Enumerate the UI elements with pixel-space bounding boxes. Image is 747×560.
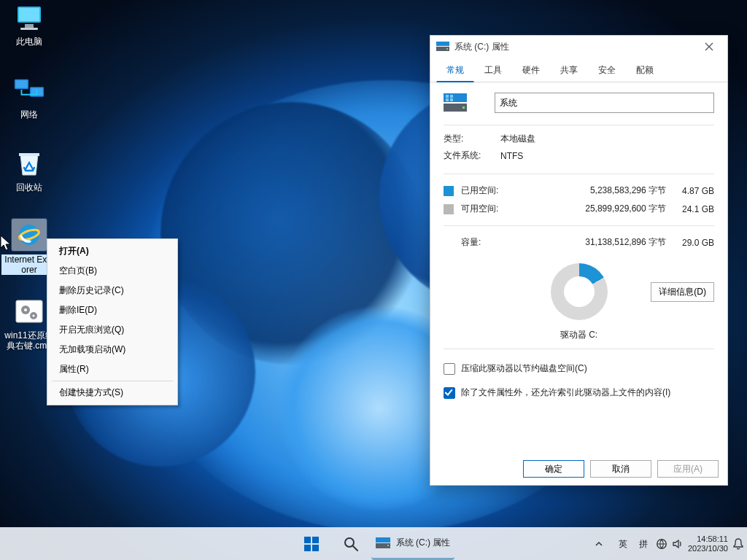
ime-mode[interactable]: 拼 [635, 538, 651, 551]
tab-hardware[interactable]: 硬件 [512, 58, 550, 82]
svg-rect-21 [446, 98, 449, 101]
menu-blank[interactable]: 空白页(B) [49, 261, 176, 281]
menu-inprivate[interactable]: 开启无痕浏览(Q) [49, 320, 176, 340]
svg-rect-33 [387, 545, 389, 546]
used-space-row: 已用空间: 5,238,583,296 字节 4.87 GB [444, 184, 714, 197]
capacity-human: 29.0 GB [666, 238, 714, 248]
svg-rect-3 [20, 28, 38, 30]
fs-label: 文件系统: [444, 149, 500, 162]
checkbox-index-label: 除了文件属性外，还允许索引此驱动器上文件的内容(I) [461, 386, 670, 399]
drive-icon [444, 93, 467, 112]
task-label: 系统 (C:) 属性 [396, 537, 451, 549]
drive-icon [436, 42, 449, 52]
free-label: 可用空间: [461, 203, 505, 215]
apply-button[interactable]: 应用(A) [657, 460, 719, 478]
svg-point-14 [32, 314, 34, 316]
menu-open[interactable]: 打开(A) [49, 241, 176, 261]
divider [444, 174, 714, 174]
disk-usage-pie [551, 263, 608, 320]
ok-button[interactable]: 确定 [523, 460, 584, 478]
windows-icon [303, 536, 320, 552]
tab-security[interactable]: 安全 [588, 58, 626, 82]
taskbar[interactable]: 系统 (C:) 属性 英 拼 14:58:11 2023/10/30 [0, 527, 747, 560]
chevron-up-icon [595, 540, 603, 548]
menu-clear-history[interactable]: 删除历史记录(C) [49, 281, 176, 300]
used-human: 4.87 GB [666, 186, 714, 196]
cancel-button[interactable]: 取消 [590, 460, 651, 478]
svg-rect-5 [15, 80, 27, 88]
svg-rect-27 [304, 545, 311, 551]
icon-label: 此电脑 [16, 36, 42, 47]
checkbox-index[interactable] [444, 387, 455, 399]
menu-properties[interactable]: 属性(R) [49, 359, 176, 379]
context-menu: 打开(A) 空白页(B) 删除历史记录(C) 删除IE(D) 开启无痕浏览(Q)… [47, 238, 178, 405]
used-label: 已用空间: [461, 184, 505, 197]
icon-recycle-bin[interactable]: 回收站 [1, 149, 57, 192]
icon-network[interactable]: 网络 [1, 77, 57, 120]
menu-noaddons[interactable]: 无加载项启动(W) [49, 340, 176, 359]
properties-dialog: 系统 (C:) 属性 常规 工具 硬件 共享 安全 配额 类型: 本地磁盘 文件… [430, 35, 728, 486]
free-swatch [444, 204, 454, 214]
free-space-row: 可用空间: 25,899,929,600 字节 24.1 GB [444, 203, 714, 215]
svg-rect-17 [446, 48, 448, 50]
used-bytes: 5,238,583,296 字节 [505, 184, 666, 197]
ie-icon [12, 219, 47, 251]
compress-row[interactable]: 压缩此驱动器以节约磁盘空间(C) [444, 362, 714, 375]
svg-rect-1 [19, 8, 39, 21]
icon-label: 网络 [20, 109, 38, 120]
menu-delete-ie[interactable]: 删除IE(D) [49, 300, 176, 320]
svg-line-30 [353, 546, 357, 551]
network-icon [13, 77, 45, 106]
svg-rect-2 [25, 24, 34, 28]
dialog-titlebar[interactable]: 系统 (C:) 属性 [430, 36, 727, 58]
drive-letter: 驱动器 C: [444, 329, 714, 341]
svg-rect-19 [446, 95, 449, 98]
drive-icon [376, 537, 390, 549]
task-properties[interactable]: 系统 (C:) 属性 [371, 529, 455, 560]
divider [444, 125, 714, 125]
monitor-icon [13, 4, 45, 33]
icon-this-pc[interactable]: 此电脑 [1, 4, 57, 47]
tab-quota[interactable]: 配额 [626, 58, 664, 82]
svg-rect-31 [376, 537, 390, 542]
fs-value: NTFS [500, 151, 523, 161]
icon-label: 回收站 [16, 182, 42, 192]
search-button[interactable] [332, 529, 370, 559]
system-tray[interactable]: 英 拼 14:58:11 2023/10/30 [595, 528, 744, 560]
ime-lang[interactable]: 英 [615, 538, 631, 551]
svg-rect-15 [436, 42, 449, 46]
divider [444, 225, 714, 226]
menu-create-shortcut[interactable]: 创建快捷方式(S) [49, 383, 176, 402]
checkbox-compress[interactable] [444, 363, 455, 375]
close-button[interactable] [694, 36, 724, 57]
tray-overflow[interactable] [595, 540, 611, 548]
drive-name-input[interactable] [495, 93, 714, 113]
volume-tray-icon[interactable] [672, 538, 684, 550]
svg-rect-26 [312, 537, 319, 543]
dialog-tabs: 常规 工具 硬件 共享 安全 配额 [430, 58, 727, 82]
svg-point-13 [24, 308, 27, 311]
used-swatch [444, 186, 454, 196]
tab-sharing[interactable]: 共享 [550, 58, 588, 82]
dialog-title: 系统 (C:) 属性 [454, 41, 694, 53]
index-row[interactable]: 除了文件属性外，还允许索引此驱动器上文件的内容(I) [444, 386, 714, 399]
svg-rect-22 [450, 98, 453, 101]
type-label: 类型: [444, 133, 500, 145]
start-button[interactable] [293, 529, 330, 559]
type-value: 本地磁盘 [500, 133, 535, 145]
clock[interactable]: 14:58:11 2023/10/30 [688, 534, 728, 553]
capacity-label: 容量: [461, 236, 505, 249]
details-button[interactable]: 详细信息(D) [651, 282, 714, 302]
time: 14:58:11 [688, 534, 728, 544]
tab-tools[interactable]: 工具 [474, 58, 512, 82]
svg-rect-25 [304, 537, 311, 543]
free-bytes: 25,899,929,600 字节 [505, 203, 666, 215]
divider [444, 349, 714, 349]
tab-general[interactable]: 常规 [436, 58, 474, 82]
svg-rect-24 [462, 106, 465, 109]
capacity-row: 容量: 31,138,512,896 字节 29.0 GB [444, 236, 714, 249]
network-tray-icon[interactable] [656, 538, 667, 550]
svg-rect-20 [450, 95, 453, 98]
notifications-button[interactable] [732, 537, 744, 551]
menu-separator [52, 381, 173, 381]
